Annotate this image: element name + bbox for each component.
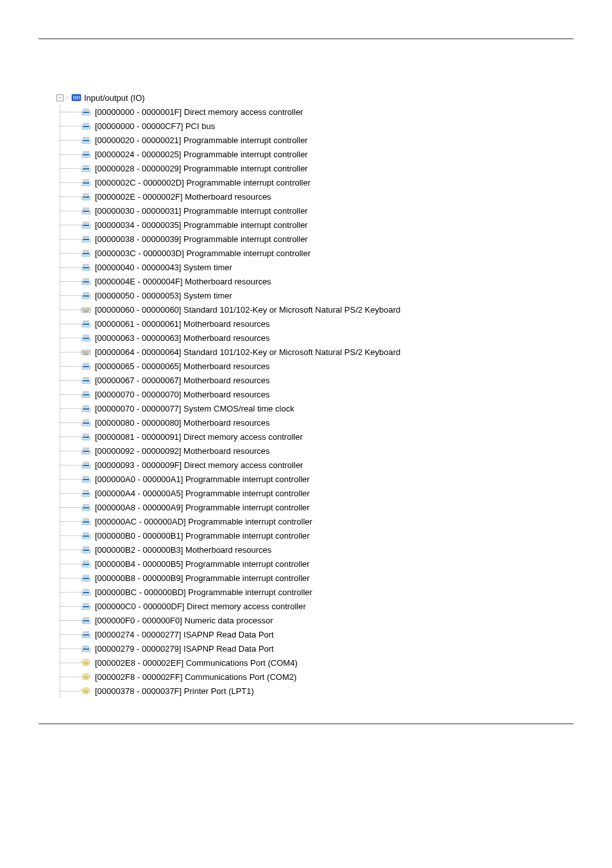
svg-rect-227 [87,518,88,521]
tree-item[interactable]: [00000070 - 00000077] System CMOS/real t… [60,401,574,415]
svg-rect-182 [83,433,84,436]
svg-rect-50 [85,193,85,196]
svg-rect-260 [85,589,85,591]
chip-icon [81,361,91,371]
svg-point-293 [85,661,87,663]
tree-item[interactable]: [00000070 - 00000070] Motherboard resour… [60,387,574,401]
tree-item[interactable]: [000002F8 - 000002FF] Communications Por… [60,670,574,684]
tree-item[interactable]: [00000378 - 0000037F] Printer Port (LPT1… [60,684,574,698]
chip-icon [81,149,91,159]
tree-item[interactable]: [000000B2 - 000000B3] Motherboard resour… [60,542,574,557]
tree-item[interactable]: [000000A4 - 000000A5] Programmable inter… [60,486,574,500]
tree-item[interactable]: [00000060 - 00000060] Standard 101/102-K… [60,302,574,317]
tree-item[interactable]: [00000080 - 00000080] Motherboard resour… [60,415,574,430]
svg-rect-84 [83,264,84,266]
chip-icon [81,587,91,597]
svg-rect-174 [83,422,89,424]
page-top-divider [38,39,574,39]
svg-rect-167 [83,408,89,410]
tree-item[interactable]: [00000000 - 0000001F] Direct memory acce… [60,105,574,119]
tree-item[interactable]: [00000061 - 00000061] Motherboard resour… [60,317,574,331]
tree-item[interactable]: [0000002C - 0000002D] Programmable inter… [60,175,574,189]
svg-rect-106 [85,309,85,309]
svg-rect-20 [83,140,89,141]
svg-rect-27 [83,154,89,155]
tree-item[interactable]: [00000064 - 00000064] Standard 101/102-K… [60,345,574,359]
svg-rect-44 [86,179,87,182]
tree-item[interactable]: [00000092 - 00000092] Motherboard resour… [60,444,574,458]
svg-rect-262 [87,589,88,591]
tree-item[interactable]: [00000024 - 00000025] Programmable inter… [60,147,574,161]
svg-rect-52 [87,193,88,196]
svg-rect-279 [83,634,89,636]
tree-item[interactable]: [00000020 - 00000021] Programmable inter… [60,133,574,147]
tree-root-item-io[interactable]: Input/output (IO) [56,91,574,105]
tree-item[interactable]: [000002E8 - 000002EF] Communications Por… [60,655,574,670]
svg-rect-186 [89,433,89,436]
tree-item[interactable]: [00000065 - 00000065] Motherboard resour… [60,359,574,373]
tree-item[interactable]: [000000B0 - 000000B1] Programmable inter… [60,528,574,542]
tree-item[interactable]: [0000002E - 0000002F] Motherboard resour… [60,189,574,204]
chip-icon [81,276,91,286]
tree-item[interactable]: [00000081 - 00000091] Direct memory acce… [60,430,574,444]
svg-rect-1 [73,96,74,100]
svg-rect-253 [85,575,85,577]
tree-item[interactable]: [000000A8 - 000000A9] Programmable inter… [60,500,574,514]
tree-item[interactable]: [000000C0 - 000000DF] Direct memory acce… [60,599,574,613]
svg-rect-120 [85,320,85,323]
svg-rect-95 [89,278,89,281]
tree-item[interactable]: [000000F0 - 000000F0] Numeric data proce… [60,613,574,627]
tree-item[interactable]: [000000BC - 000000BD] Programmable inter… [60,585,574,599]
tree-item-label: [00000024 - 00000025] Programmable inter… [95,150,308,159]
svg-rect-183 [85,433,85,436]
tree-item[interactable]: [000000B4 - 000000B5] Programmable inter… [60,557,574,571]
tree-item[interactable]: [000000B8 - 000000B9] Programmable inter… [60,571,574,585]
svg-rect-66 [87,221,88,224]
svg-rect-242 [89,546,89,549]
tree-item[interactable]: [00000000 - 00000CF7] PCI bus [60,119,574,133]
svg-point-303 [85,690,87,691]
svg-rect-141 [86,352,87,353]
tree-item[interactable]: [00000038 - 00000039] Programmable inter… [60,232,574,246]
collapse-icon[interactable] [56,94,64,101]
tree-item-label: [00000067 - 00000067] Motherboard resour… [95,376,269,385]
tree-item[interactable]: [00000030 - 00000031] Programmable inter… [60,204,574,218]
tree-item[interactable]: [0000004E - 0000004F] Motherboard resour… [60,274,574,288]
svg-rect-171 [87,405,88,408]
tree-item[interactable]: [00000034 - 00000035] Programmable inter… [60,218,574,232]
svg-rect-77 [83,250,84,252]
tree-item[interactable]: [00000028 - 00000029] Programmable inter… [60,161,574,175]
svg-rect-97 [83,295,89,297]
svg-rect-184 [86,433,87,436]
chip-icon [81,559,91,569]
svg-rect-122 [87,320,88,323]
tree-item[interactable]: [00000067 - 00000067] Motherboard resour… [60,373,574,387]
tree-item[interactable]: [00000279 - 00000279] ISAPNP Read Data P… [60,641,574,655]
svg-rect-156 [86,377,87,379]
tree-item[interactable]: [00000093 - 0000009F] Direct memory acce… [60,458,574,472]
svg-point-297 [83,676,85,677]
tree-item[interactable]: [0000003C - 0000003D] Programmable inter… [60,246,574,260]
tree-item[interactable]: [000000AC - 000000AD] Programmable inter… [60,514,574,528]
chip-icon [81,290,91,300]
svg-rect-13 [83,126,89,127]
svg-rect-8 [85,108,85,111]
svg-rect-281 [85,631,85,634]
tree-item[interactable]: [00000040 - 00000043] System timer [60,260,574,274]
svg-rect-239 [85,546,85,549]
tree-item[interactable]: [00000050 - 00000053] System timer [60,288,574,302]
svg-rect-164 [87,391,88,394]
svg-rect-51 [86,193,87,196]
tree-item[interactable]: [00000274 - 00000277] ISAPNP Read Data P… [60,627,574,641]
svg-rect-22 [85,137,85,139]
tree-item[interactable]: [00000063 - 00000063] Motherboard resour… [60,331,574,345]
svg-rect-232 [85,532,85,535]
tree-item-label: [00000061 - 00000061] Motherboard resour… [95,319,269,329]
chip-icon [81,220,91,230]
tree-item[interactable]: [000000A0 - 000000A1] Programmable inter… [60,472,574,486]
svg-rect-125 [83,338,89,339]
svg-rect-133 [83,351,84,352]
svg-rect-81 [89,250,89,252]
svg-rect-189 [83,447,84,450]
svg-rect-210 [83,490,84,492]
